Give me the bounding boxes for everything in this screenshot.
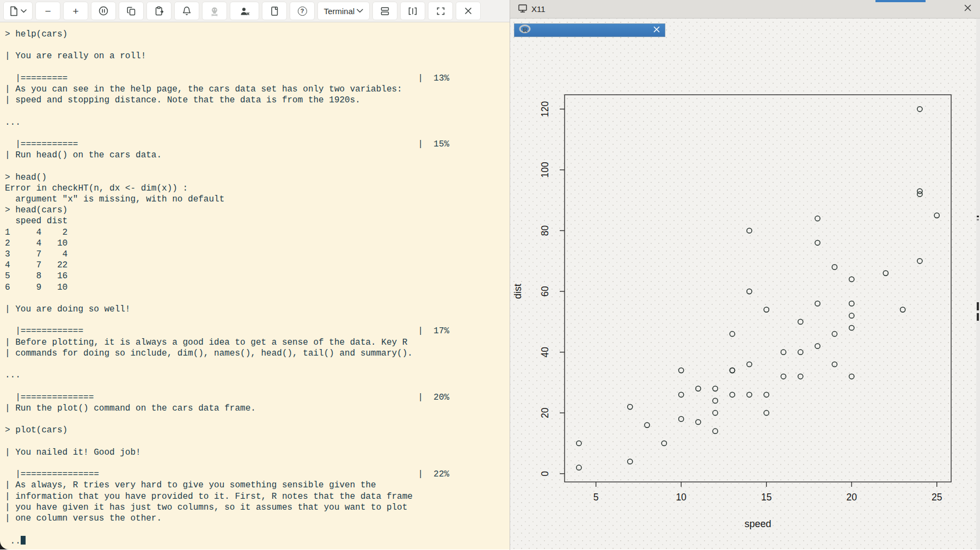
x11-desktop: R 510152025020406080100120speeddist: [510, 19, 980, 549]
help-button[interactable]: ?: [290, 2, 315, 20]
data-point: [713, 429, 718, 433]
save-log-button[interactable]: [262, 2, 287, 20]
data-point: [917, 107, 922, 112]
svg-text:20: 20: [540, 407, 550, 418]
data-point: [798, 319, 803, 324]
data-point: [628, 459, 633, 464]
data-point: [815, 216, 820, 221]
svg-text:15: 15: [761, 492, 771, 503]
fullscreen-icon: [436, 6, 446, 16]
svg-text:10: 10: [676, 492, 687, 503]
chevron-down-icon: [21, 9, 27, 13]
copy-button[interactable]: [119, 2, 144, 20]
fullscreen-button[interactable]: [428, 2, 453, 20]
journal-icon: [270, 6, 279, 16]
x-axis-label: speed: [744, 518, 771, 529]
skull-icon: [209, 6, 220, 16]
data-point: [849, 313, 854, 318]
svg-text:25: 25: [932, 492, 942, 503]
pause-icon: [98, 5, 109, 16]
paste-icon: [154, 6, 164, 16]
data-point: [934, 213, 939, 218]
svg-text:60: 60: [540, 286, 550, 297]
disconnect-user-button[interactable]: [230, 2, 259, 20]
user-x-icon: [239, 6, 250, 16]
svg-text:80: 80: [540, 225, 550, 236]
data-point: [730, 332, 734, 337]
data-point: [781, 374, 786, 379]
data-point: [696, 419, 701, 424]
data-point: [679, 368, 684, 373]
kill-process-button[interactable]: [202, 2, 227, 20]
data-point: [781, 350, 786, 355]
x11-pane: X11 R 510152025020406080100120s: [510, 0, 980, 550]
plus-icon: +: [72, 6, 78, 16]
data-point: [577, 441, 581, 445]
data-point: [815, 344, 820, 349]
split-vertical-icon: [407, 6, 418, 16]
svg-text:5: 5: [593, 492, 599, 503]
data-point: [849, 374, 854, 379]
scrollbar-strip[interactable]: [976, 19, 980, 549]
data-point: [747, 362, 752, 366]
svg-text:40: 40: [540, 347, 550, 358]
monitor-icon: [518, 3, 528, 15]
paste-button[interactable]: [146, 2, 171, 20]
svg-text:100: 100: [540, 162, 550, 178]
plot-frame: [565, 95, 951, 482]
data-point: [883, 271, 888, 276]
data-point: [764, 392, 769, 397]
chevron-down-icon: [357, 9, 363, 13]
new-tab-button[interactable]: [3, 2, 33, 20]
terminal-cursor: [21, 536, 26, 545]
data-point: [798, 374, 803, 379]
help-icon: ?: [298, 7, 307, 16]
data-point: [832, 332, 837, 337]
x11-close-button[interactable]: [963, 3, 972, 15]
data-point: [679, 417, 684, 421]
x11-tab-title: X11: [531, 4, 546, 14]
data-point: [577, 465, 581, 470]
data-point: [901, 307, 905, 312]
zoom-in-button[interactable]: +: [63, 2, 88, 20]
pause-button[interactable]: [91, 2, 116, 20]
y-axis-label: dist: [512, 284, 523, 299]
data-point: [815, 301, 820, 306]
data-point: [815, 240, 820, 245]
terminal-screen[interactable]: > help(cars) | You are really on a roll!…: [0, 22, 510, 549]
data-point: [645, 423, 650, 427]
split-horizontal-icon: [379, 6, 390, 16]
terminal-dropdown-label: Terminal: [324, 7, 355, 16]
data-point: [679, 392, 684, 397]
tab-accent-bar: [875, 0, 926, 2]
data-point: [764, 411, 769, 415]
r-scatter-plot: 510152025020406080100120speeddist: [510, 19, 980, 549]
bell-button[interactable]: [174, 2, 199, 20]
data-point: [713, 398, 718, 403]
data-point: [849, 301, 854, 306]
close-pane-button[interactable]: [456, 2, 481, 20]
zoom-out-button[interactable]: −: [35, 2, 60, 20]
x11-header: X11: [510, 0, 980, 19]
data-point: [917, 259, 922, 264]
svg-text:20: 20: [846, 492, 857, 503]
data-point: [798, 350, 803, 355]
split-vertical-button[interactable]: [400, 2, 425, 20]
data-point: [747, 289, 752, 294]
data-point: [730, 368, 734, 373]
terminal-output: > help(cars) | You are really on a roll!…: [0, 22, 510, 547]
new-file-icon: [9, 6, 19, 16]
split-horizontal-button[interactable]: [372, 2, 397, 20]
copy-icon: [126, 6, 137, 16]
data-point: [730, 392, 734, 397]
data-point: [849, 277, 854, 282]
svg-text:120: 120: [540, 101, 550, 117]
data-point: [832, 265, 837, 270]
terminal-toolbar: − +: [0, 0, 510, 22]
close-icon: [464, 7, 473, 15]
data-point: [747, 228, 752, 233]
terminal-mode-dropdown[interactable]: Terminal: [317, 2, 370, 20]
minus-icon: −: [45, 6, 51, 16]
data-point: [832, 362, 837, 366]
data-point: [713, 411, 718, 415]
